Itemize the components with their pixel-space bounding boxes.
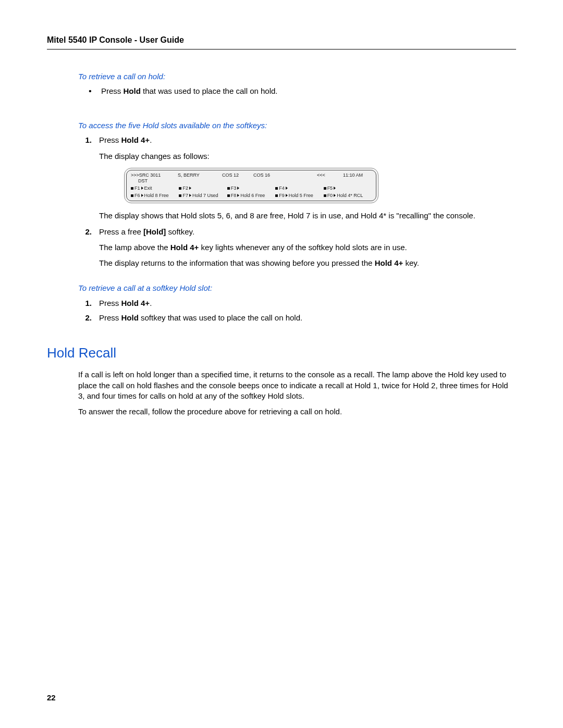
step-1: 1. Press Hold 4+. [81, 298, 516, 309]
lamp-note: The lamp above the Hold 4+ key lights wh… [99, 242, 516, 253]
fkey-f3: F3 [227, 185, 275, 191]
stop-icon [275, 187, 278, 190]
bullet-text: Press Hold that was used to place the ca… [101, 86, 278, 96]
step-text: Press Hold 4+. [99, 135, 152, 145]
console-display: >>>SRC 3011 S, BERRY COS 12 COS 16 <<< 1… [124, 168, 378, 204]
heading-hold-recall: Hold Recall [47, 344, 516, 362]
lcd-arrows: <<< [317, 172, 333, 178]
step-1: 1. Press Hold 4+. [81, 135, 516, 145]
fkey-f7: F7Hold 7 Used [179, 192, 227, 199]
fkey-f5: F5 [324, 185, 372, 191]
play-icon [334, 194, 336, 197]
play-icon [286, 194, 288, 197]
stop-icon [179, 187, 181, 190]
display-changes-note: The display changes as follows: [99, 151, 516, 162]
page-number: 22 [47, 693, 56, 703]
stop-icon [179, 194, 181, 197]
step-2: 2. Press Hold softkey that was used to p… [81, 313, 516, 323]
subheading-retrieve-softkey-hold: To retrieve a call at a softkey Hold slo… [78, 283, 516, 293]
display-return-note: The display returns to the information t… [99, 258, 516, 268]
fkey-f1: F1Exit [131, 185, 179, 191]
stop-icon [324, 194, 326, 197]
subheading-retrieve-hold: To retrieve a call on hold: [78, 71, 516, 82]
play-icon [237, 187, 239, 190]
step-text: Press Hold softkey that was used to plac… [99, 313, 302, 323]
content: To retrieve a call on hold: • Press Hold… [47, 50, 516, 417]
lcd-src: >>>SRC 3011 [131, 172, 167, 178]
list-number: 1. [81, 135, 92, 145]
play-icon [141, 187, 143, 190]
lcd-name: S, BERRY [178, 172, 212, 178]
step-text: Press a free [Hold] softkey. [99, 227, 194, 237]
stop-icon [227, 187, 230, 190]
display-explanation: The display shows that Hold slots 5, 6, … [99, 211, 516, 221]
play-icon [237, 194, 239, 197]
bullet-item: • Press Hold that was used to place the … [87, 86, 516, 96]
stop-icon [324, 187, 326, 190]
fkey-f9: F9Hold 5 Free [275, 192, 323, 199]
fkey-f0: F0Hold 4* RCL [324, 192, 372, 199]
lcd-cos12: COS 12 [222, 172, 243, 178]
stop-icon [131, 194, 133, 197]
hold-recall-para1: If a call is left on hold longer than a … [78, 369, 516, 401]
stop-icon [275, 194, 278, 197]
play-icon [286, 187, 288, 190]
play-icon [334, 187, 336, 190]
lcd-fkey-row-bottom: F6Hold 8 Free F7Hold 7 Used F8Hold 6 Fre… [131, 192, 372, 199]
step-text: Press Hold 4+. [99, 298, 152, 309]
play-icon [189, 194, 191, 197]
fkey-f2: F2 [179, 185, 227, 191]
subheading-access-hold-slots: To access the five Hold slots available … [78, 120, 516, 131]
play-icon [189, 187, 191, 190]
list-number: 2. [81, 227, 92, 237]
lcd-cos16: COS 16 [253, 172, 307, 178]
lcd-time: 11:10 AM [343, 172, 372, 178]
fkey-f8: F8Hold 6 Free [227, 192, 275, 199]
lcd-dst: DST [131, 178, 372, 184]
bullet-dot-icon: • [87, 86, 94, 96]
fkey-f6: F6Hold 8 Free [131, 192, 179, 199]
stop-icon [131, 187, 133, 190]
list-number: 2. [81, 313, 92, 323]
page-header: Mitel 5540 IP Console - User Guide [47, 34, 516, 50]
lcd-fkey-row-top: F1Exit F2 F3 F4 F5 [131, 185, 372, 191]
fkey-f4: F4 [275, 185, 323, 191]
play-icon [141, 194, 143, 197]
step-2: 2. Press a free [Hold] softkey. [81, 227, 516, 237]
hold-recall-para2: To answer the recall, follow the procedu… [78, 406, 516, 417]
stop-icon [227, 194, 230, 197]
list-number: 1. [81, 298, 92, 309]
